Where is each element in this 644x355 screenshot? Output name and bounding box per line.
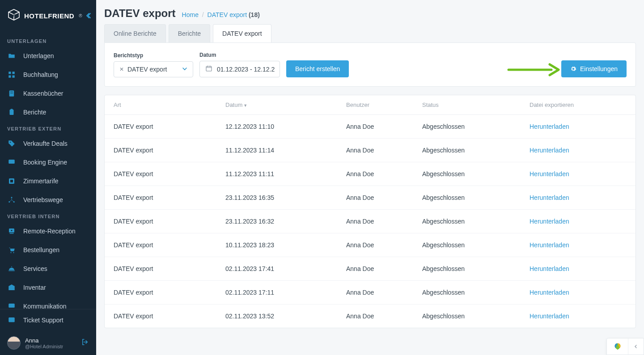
sidebar-scroll[interactable]: UNTERLAGENUnterlagenBuchhaltungKassenbüc… — [0, 34, 96, 309]
download-link[interactable]: Herunterladen — [530, 218, 569, 225]
table-row: DATEV export12.12.2023 11:10Anna DoeAbge… — [105, 115, 636, 139]
cell-art: DATEV export — [105, 162, 216, 186]
report-type-select[interactable]: ✕ DATEV export — [114, 61, 193, 77]
logo-icon: HF — [7, 8, 21, 23]
svg-rect-23 — [8, 317, 15, 322]
clear-icon[interactable]: ✕ — [119, 66, 124, 72]
download-link[interactable]: Herunterladen — [530, 123, 569, 130]
sidebar-item-ticket-support[interactable]: Ticket Support — [0, 309, 96, 331]
tab[interactable]: Berichte — [169, 24, 210, 42]
sidebar-item[interactable]: Buchhaltung — [0, 65, 96, 84]
sidebar-item[interactable]: Bestellungen — [0, 241, 96, 259]
cell-status: Abgeschlossen — [413, 162, 521, 186]
cell-datum: 02.11.2023 13:52 — [216, 304, 337, 328]
cell-datum: 12.12.2023 11:10 — [216, 115, 337, 139]
date-label: Datum — [199, 52, 280, 58]
th-export[interactable]: Datei exportieren — [521, 95, 636, 115]
sidebar-item-label: Buchhaltung — [23, 71, 58, 78]
sidebar-item[interactable]: Services — [0, 259, 96, 278]
grid-icon — [7, 70, 16, 79]
network-icon — [7, 195, 16, 204]
table-row: DATEV export11.12.2023 11:11Anna DoeAbge… — [105, 162, 636, 186]
sidebar-item[interactable]: Remote-Reception — [0, 222, 96, 241]
sidebar-section-title: UNTERLAGEN — [0, 34, 96, 46]
filter-panel: Berichtstyp ✕ DATEV export Datum — [104, 42, 636, 87]
th-art[interactable]: Art — [105, 95, 216, 115]
brand-name: HOTELFRIEND — [24, 12, 74, 20]
page-title: DATEV export — [104, 7, 176, 20]
breadcrumb-current[interactable]: DATEV export — [208, 11, 247, 18]
sidebar-item-label: Zimmertarife — [23, 178, 59, 185]
download-link[interactable]: Herunterladen — [530, 289, 569, 296]
folder-icon — [7, 51, 16, 60]
cell-datum: 02.11.2023 17:11 — [216, 281, 337, 304]
th-status[interactable]: Status — [413, 95, 521, 115]
breadcrumb-home[interactable]: Home — [182, 11, 199, 18]
svg-rect-22 — [8, 304, 15, 308]
sidebar-section-title: VERTRIEB EXTERN — [0, 122, 96, 134]
cell-datum: 23.11.2023 16:35 — [216, 186, 337, 210]
download-link[interactable]: Herunterladen — [530, 265, 569, 272]
user-name: Anna — [25, 337, 63, 344]
sidebar-item[interactable]: Zimmertarife — [0, 172, 96, 190]
sidebar-item-label: Unterlagen — [23, 52, 54, 59]
download-link[interactable]: Herunterladen — [530, 147, 569, 154]
current-user[interactable]: Anna @Hotel Administr — [0, 331, 96, 355]
cell-art: DATEV export — [105, 281, 216, 304]
export-table: Art Datum▼ Benutzer Status Datei exporti… — [104, 95, 636, 328]
create-report-button[interactable]: Bericht erstellen — [286, 60, 349, 77]
widget-logo-icon — [607, 338, 628, 355]
svg-rect-24 — [206, 66, 212, 71]
sidebar-item-label: Remote-Reception — [23, 228, 76, 235]
report-type-label: Berichtstyp — [114, 52, 193, 59]
cell-download: Herunterladen — [521, 257, 636, 281]
download-link[interactable]: Herunterladen — [530, 194, 569, 201]
download-link[interactable]: Herunterladen — [530, 170, 569, 178]
cell-datum: 11.12.2023 11:14 — [216, 139, 337, 162]
svg-rect-20 — [11, 266, 12, 267]
sidebar-collapse-button[interactable] — [86, 12, 93, 19]
sidebar-item[interactable]: Unterlagen — [0, 46, 96, 65]
cell-user: Anna Doe — [337, 281, 413, 304]
date-range-input[interactable] — [199, 61, 280, 77]
sidebar-item[interactable]: Berichte — [0, 103, 96, 122]
cell-art: DATEV export — [105, 257, 216, 281]
sidebar-item-label: Berichte — [23, 109, 46, 116]
cell-datum: 23.11.2023 16:32 — [216, 210, 337, 233]
sidebar-item[interactable]: Inventar — [0, 278, 96, 297]
tabs: Online BerichteBerichteDATEV export — [104, 24, 636, 42]
breadcrumb-count: (18) — [249, 11, 260, 18]
bottom-right-widget[interactable] — [606, 338, 644, 355]
widget-chevron-left-icon[interactable] — [628, 338, 644, 355]
download-link[interactable]: Herunterladen — [530, 313, 569, 320]
cell-datum: 10.11.2023 18:23 — [216, 233, 337, 257]
tab[interactable]: DATEV export — [213, 24, 271, 42]
tab[interactable]: Online Berichte — [104, 24, 166, 42]
ticket-support-label: Ticket Support — [23, 317, 64, 324]
th-benutzer[interactable]: Benutzer — [337, 95, 413, 115]
reception-icon — [7, 227, 16, 236]
download-link[interactable]: Herunterladen — [530, 241, 569, 249]
cell-user: Anna Doe — [337, 186, 413, 210]
cell-art: DATEV export — [105, 115, 216, 139]
svg-rect-19 — [8, 270, 15, 271]
breadcrumb: Home / DATEV export (18) — [182, 11, 260, 18]
cell-datum: 02.11.2023 17:41 — [216, 257, 337, 281]
sidebar-item[interactable]: Kommunikation — [0, 297, 96, 309]
sidebar-item[interactable]: Kassenbücher — [0, 84, 96, 103]
user-subtitle: @Hotel Administr — [25, 344, 63, 349]
sidebar-item-label: Kommunikation — [23, 303, 67, 309]
sidebar-item[interactable]: Booking Engine — [0, 153, 96, 172]
cell-status: Abgeschlossen — [413, 281, 521, 304]
th-datum[interactable]: Datum▼ — [216, 95, 337, 115]
svg-point-17 — [10, 252, 11, 253]
settings-button[interactable]: Einstellungen — [561, 60, 627, 77]
cell-download: Herunterladen — [521, 281, 636, 304]
date-range-value[interactable] — [217, 66, 275, 73]
cell-art: DATEV export — [105, 186, 216, 210]
sidebar-item[interactable]: Verkaufte Deals — [0, 134, 96, 153]
logout-icon[interactable] — [81, 338, 89, 348]
sidebar-item[interactable]: Vertriebswege — [0, 190, 96, 209]
sidebar-item-label: Booking Engine — [23, 159, 67, 166]
cell-download: Herunterladen — [521, 162, 636, 186]
